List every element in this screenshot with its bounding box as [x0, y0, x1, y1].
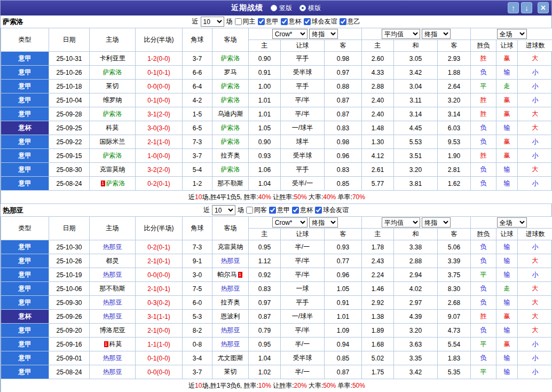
league-filter[interactable]: 意甲	[258, 17, 279, 26]
score-cell: 2-1(0-1)	[136, 282, 183, 296]
layout-radio[interactable]	[299, 5, 306, 11]
handicap-cell: 平/半	[281, 254, 325, 268]
avg-draw-cell: 2.88	[394, 254, 438, 268]
avg-home-cell: 1.48	[362, 121, 394, 135]
away-odds-cell: 0.97	[325, 66, 362, 80]
league-filter[interactable]: 意乙	[340, 17, 360, 26]
average-group-header: 平均值 终指	[362, 217, 471, 229]
league-checkbox[interactable]	[292, 207, 299, 214]
col-away: 客场	[212, 28, 249, 52]
goals-result-cell: 大	[518, 121, 552, 135]
titlebar-buttons: ↑ ↓ ×	[508, 2, 549, 13]
away-team-cell: 那不勒斯	[212, 177, 249, 191]
league-label: 意杯	[300, 206, 313, 215]
handicap-result-cell: 赢	[496, 52, 518, 66]
avg-away-cell: 9.07	[438, 310, 471, 324]
summary-text: 胜率:	[243, 382, 258, 389]
summary-text: 大率:	[307, 193, 324, 201]
avg-away-cell: 3.75	[438, 268, 471, 282]
close-button[interactable]: ×	[538, 2, 549, 13]
odds-source-select[interactable]: Crow*	[272, 217, 307, 228]
avg-draw-cell: 3.51	[394, 149, 438, 163]
goals-result-cell: 小	[518, 135, 552, 149]
league-filter[interactable]: 意杯	[292, 206, 313, 215]
handicap-cell: 半/一	[281, 338, 325, 351]
winloss-result-cell: 负	[471, 351, 496, 365]
date-cell: 25-09-26	[49, 310, 90, 324]
games-count-select[interactable]: 10	[212, 205, 235, 215]
match-row: 意甲25-10-18莱切0-0(0-0)6-4萨索洛1.00平手0.882.88…	[1, 80, 552, 93]
team-name-text: 萨索洛	[106, 179, 125, 187]
same-venue-filter[interactable]: 同主	[235, 17, 256, 26]
league-filter[interactable]: 意甲	[269, 206, 290, 215]
league-filter[interactable]: 球会友谊	[304, 17, 337, 26]
col-type: 类型	[1, 217, 49, 240]
layout-option-horizontal[interactable]: 横版	[299, 4, 321, 13]
same-venue-checkbox-0[interactable]	[235, 18, 242, 25]
up-arrow-icon: ↑	[511, 4, 515, 12]
avg-home-cell: 2.40	[362, 93, 394, 107]
avg-home-cell: 1.78	[362, 240, 394, 254]
filters: 近 10 场 同客 意甲意杯球会友谊	[203, 205, 349, 215]
handicap-result-cell: 输	[496, 177, 518, 191]
corner-cell: 3-7	[183, 52, 212, 66]
match-row: 意甲25-09-01热那亚0-1(0-0)3-4尤文图斯1.04受半球0.855…	[1, 351, 552, 365]
score-cell: 3-0(3-0)	[136, 121, 183, 135]
same-venue-filter[interactable]: 同客	[246, 206, 267, 215]
games-count-select[interactable]: 10	[201, 17, 224, 27]
odds-source-select[interactable]: Crow*	[272, 29, 307, 39]
league-checkbox[interactable]	[340, 18, 346, 25]
competition-cell: 意杯	[1, 310, 49, 324]
avg-home-cell: 2.40	[362, 107, 394, 121]
date-cell: 25-10-19	[49, 268, 90, 282]
date-cell: 25-10-30	[49, 240, 90, 254]
score-cell: 0-0(0-0)	[136, 365, 183, 379]
team-name-text: 热那亚	[103, 243, 122, 250]
average-select[interactable]: 平均值	[382, 217, 420, 228]
full-match-select[interactable]: 全场	[497, 29, 527, 39]
average-select[interactable]: 平均值	[382, 29, 420, 39]
avg-final-select[interactable]: 终指	[422, 29, 451, 39]
team-name-text: 博洛尼亚	[100, 326, 125, 334]
away-team-cell: 恩波利	[212, 310, 249, 324]
team-name-text: 萨索洛	[221, 82, 240, 90]
team-name-text: 热那亚	[103, 368, 122, 375]
league-checkbox[interactable]	[304, 18, 311, 25]
score-cell: 0-2(0-1)	[136, 240, 183, 254]
col-handicap: 让球	[281, 229, 325, 240]
final-odds-select[interactable]: 终指	[309, 217, 338, 228]
away-team-cell: 萨索洛	[212, 80, 249, 93]
team-name-text: 拉齐奥	[221, 152, 240, 159]
league-checkbox[interactable]	[269, 207, 276, 214]
col-score: 比分(半场)	[136, 217, 183, 240]
league-filter[interactable]: 意杯	[281, 17, 302, 26]
date-cell: 25-09-25	[49, 121, 90, 135]
layout-radio[interactable]	[271, 5, 277, 11]
layout-option-vertical[interactable]: 竖版	[271, 4, 292, 13]
summary-text: 场,胜1平3负6,	[202, 382, 243, 389]
avg-away-cell: 1.88	[438, 66, 471, 80]
competition-cell: 意甲	[1, 365, 49, 379]
date-cell: 25-09-20	[49, 324, 90, 338]
scroll-down-button[interactable]: ↓	[521, 2, 532, 13]
avg-away-cell: 1.62	[438, 177, 471, 191]
league-checkbox[interactable]	[315, 207, 322, 214]
match-row: 意甲25-09-30热那亚0-3(0-2)6-0拉齐奥0.97平手0.912.9…	[1, 296, 552, 310]
match-row: 意甲25-08-30克雷莫纳3-2(2-0)5-4萨索洛1.06平手0.832.…	[1, 163, 552, 177]
league-filter[interactable]: 球会友谊	[315, 206, 349, 215]
team-name-text: 那不勒斯	[218, 179, 243, 187]
league-checkbox[interactable]	[258, 18, 265, 25]
summary-text: 40%	[323, 193, 336, 201]
league-checkbox[interactable]	[281, 18, 288, 25]
scroll-up-button[interactable]: ↑	[508, 2, 519, 13]
away-odds-cell: 0.96	[325, 149, 362, 163]
final-odds-select[interactable]: 终指	[309, 29, 338, 39]
same-venue-checkbox-1[interactable]	[246, 207, 253, 214]
handicap-cell: 平/半	[281, 93, 325, 107]
full-match-select[interactable]: 全场	[497, 217, 527, 228]
avg-away-cell: 5.54	[438, 338, 471, 351]
avg-final-select[interactable]: 终指	[422, 217, 451, 228]
summary-text: 让胜率:	[271, 382, 294, 389]
avg-draw-cell: 5.53	[394, 135, 438, 149]
avg-home-cell: 4.33	[362, 66, 394, 80]
